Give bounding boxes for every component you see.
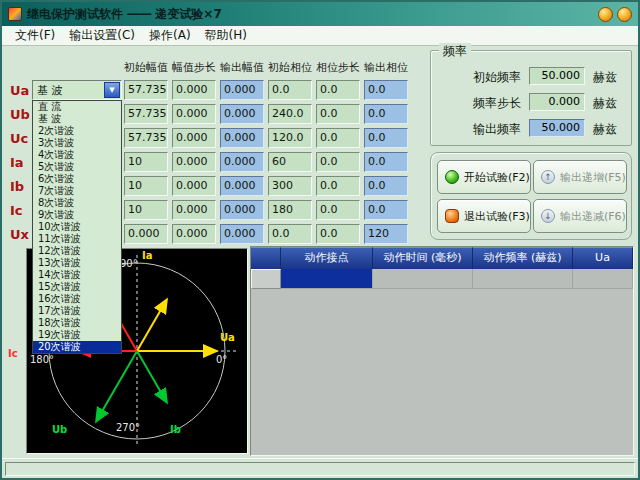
cell-ua-phase-step[interactable]: 0.0	[316, 80, 360, 100]
cell-ib-output-amplitude: 0.000	[220, 176, 264, 196]
dropdown-option-h17[interactable]: 17次谐波	[33, 305, 121, 317]
result-row-cell-time[interactable]	[373, 269, 473, 289]
deg-270-label: 270°	[116, 422, 140, 433]
dropdown-option-h5[interactable]: 5次谐波	[33, 161, 121, 173]
result-row-cell-frequency[interactable]	[473, 269, 573, 289]
cell-ux-phase-step[interactable]: 0.0	[316, 224, 360, 244]
app-window: 继电保护测试软件 ―― 递变试验×7 文件(F) 输出设置(C) 操作(A) 帮…	[0, 0, 640, 480]
column-header-init-amplitude: 初始幅值	[122, 60, 170, 75]
result-header-frequency: 动作频率 (赫兹)	[473, 247, 573, 269]
dropdown-option-h18[interactable]: 18次谐波	[33, 317, 121, 329]
init-frequency-field[interactable]: 50.000	[529, 67, 585, 85]
dropdown-option-fundamental[interactable]: 基 波	[33, 113, 121, 125]
start-test-button[interactable]: 开始试验(F2)	[437, 160, 531, 194]
cell-ub-init-amplitude[interactable]: 57.735	[124, 104, 168, 124]
waveform-combobox[interactable]: 基 波 ▼	[32, 80, 122, 100]
cell-ib-init-amplitude[interactable]: 10	[124, 176, 168, 196]
cell-ua-init-amplitude[interactable]: 57.735	[124, 80, 168, 100]
vector-label-ic: Ic	[8, 348, 18, 359]
init-frequency-unit: 赫兹	[593, 69, 617, 86]
cell-uc-init-amplitude[interactable]: 57.735	[124, 128, 168, 148]
start-test-label: 开始试验(F2)	[464, 170, 530, 185]
result-header-time: 动作时间 (毫秒)	[373, 247, 473, 269]
cell-ib-init-phase[interactable]: 300	[268, 176, 312, 196]
dropdown-option-h6[interactable]: 6次谐波	[33, 173, 121, 185]
vector-label-ub: Ub	[52, 424, 67, 435]
start-test-icon	[445, 170, 459, 184]
result-row-selected-cell[interactable]	[281, 269, 373, 289]
cell-ic-phase-step[interactable]: 0.0	[316, 200, 360, 220]
dropdown-option-h20-selected[interactable]: 20次谐波	[33, 341, 121, 353]
status-bar	[2, 458, 638, 478]
title-bar: 继电保护测试软件 ―― 递变试验×7	[2, 2, 638, 26]
result-row-selector-cell[interactable]	[251, 269, 281, 289]
cell-ic-init-phase[interactable]: 180	[268, 200, 312, 220]
combobox-dropdown-button[interactable]: ▼	[104, 82, 120, 98]
dropdown-option-h14[interactable]: 14次谐波	[33, 269, 121, 281]
dropdown-option-h2[interactable]: 2次谐波	[33, 125, 121, 137]
column-header-init-phase: 初始相位	[266, 60, 314, 75]
cell-ub-init-phase[interactable]: 240.0	[268, 104, 312, 124]
dropdown-option-h19[interactable]: 19次谐波	[33, 329, 121, 341]
cell-uc-amplitude-step[interactable]: 0.000	[172, 128, 216, 148]
exit-test-button[interactable]: 退出试验(F3)	[437, 199, 531, 233]
dropdown-option-h9[interactable]: 9次谐波	[33, 209, 121, 221]
cell-ib-output-phase: 0.0	[364, 176, 408, 196]
cell-ux-output-phase: 120	[364, 224, 408, 244]
menu-help[interactable]: 帮助(H)	[198, 26, 254, 45]
dropdown-option-dc[interactable]: 直 流	[33, 101, 121, 113]
dropdown-option-h8[interactable]: 8次谐波	[33, 197, 121, 209]
cell-ic-output-phase: 0.0	[364, 200, 408, 220]
frequency-groupbox: 频率 初始频率 50.000 赫兹 频率步长 0.000 赫兹 输出频率 50.…	[430, 50, 632, 146]
dropdown-option-h4[interactable]: 4次谐波	[33, 149, 121, 161]
cell-ux-init-phase[interactable]: 0.0	[268, 224, 312, 244]
cell-ia-phase-step[interactable]: 0.0	[316, 152, 360, 172]
dropdown-option-h13[interactable]: 13次谐波	[33, 257, 121, 269]
cell-uc-phase-step[interactable]: 0.0	[316, 128, 360, 148]
column-header-amplitude-step: 幅值步长	[170, 60, 218, 75]
output-decrease-label: 输出递减(F6)	[560, 209, 626, 224]
init-frequency-label: 初始频率	[445, 69, 521, 86]
output-frequency-unit: 赫兹	[593, 121, 617, 138]
minimize-button[interactable]	[598, 7, 613, 22]
cell-ib-phase-step[interactable]: 0.0	[316, 176, 360, 196]
deg-0-label: 0°	[216, 354, 227, 365]
frequency-step-field[interactable]: 0.000	[529, 93, 585, 111]
output-decrease-button[interactable]: ↓ 输出递减(F6)	[533, 199, 627, 233]
menu-bar: 文件(F) 输出设置(C) 操作(A) 帮助(H)	[2, 26, 638, 46]
cell-ux-init-amplitude[interactable]: 0.000	[124, 224, 168, 244]
frequency-group-title: 频率	[439, 43, 471, 60]
exit-test-icon	[445, 209, 459, 223]
cell-ic-init-amplitude[interactable]: 10	[124, 200, 168, 220]
cell-ia-init-phase[interactable]: 60	[268, 152, 312, 172]
cell-ia-init-amplitude[interactable]: 10	[124, 152, 168, 172]
cell-ua-init-phase[interactable]: 0.0	[268, 80, 312, 100]
dropdown-option-h7[interactable]: 7次谐波	[33, 185, 121, 197]
cell-ub-phase-step[interactable]: 0.0	[316, 104, 360, 124]
output-increase-button[interactable]: ↑ 输出递增(F5)	[533, 160, 627, 194]
dropdown-option-h10[interactable]: 10次谐波	[33, 221, 121, 233]
dropdown-option-h15[interactable]: 15次谐波	[33, 281, 121, 293]
cell-ia-amplitude-step[interactable]: 0.000	[172, 152, 216, 172]
cell-ub-amplitude-step[interactable]: 0.000	[172, 104, 216, 124]
close-button[interactable]	[617, 7, 632, 22]
menu-output-settings[interactable]: 输出设置(C)	[62, 26, 142, 45]
cell-uc-init-phase[interactable]: 120.0	[268, 128, 312, 148]
waveform-dropdown-list: 直 流 基 波 2次谐波 3次谐波 4次谐波 5次谐波 6次谐波 7次谐波 8次…	[32, 100, 122, 354]
cell-ic-amplitude-step[interactable]: 0.000	[172, 200, 216, 220]
cell-ua-output-phase: 0.0	[364, 80, 408, 100]
menu-file[interactable]: 文件(F)	[8, 26, 62, 45]
dropdown-option-h3[interactable]: 3次谐波	[33, 137, 121, 149]
arrow-down-icon: ↓	[541, 209, 555, 223]
cell-ux-amplitude-step[interactable]: 0.000	[172, 224, 216, 244]
cell-ib-amplitude-step[interactable]: 0.000	[172, 176, 216, 196]
dropdown-option-h11[interactable]: 11次谐波	[33, 233, 121, 245]
result-table-header: 动作接点 动作时间 (毫秒) 动作频率 (赫兹) Ua	[251, 247, 633, 269]
cell-ia-output-amplitude: 0.000	[220, 152, 264, 172]
cell-ua-amplitude-step[interactable]: 0.000	[172, 80, 216, 100]
result-row-cell-ua[interactable]	[573, 269, 633, 289]
dropdown-option-h12[interactable]: 12次谐波	[33, 245, 121, 257]
waveform-combobox-value: 基 波	[33, 83, 104, 98]
menu-operate[interactable]: 操作(A)	[142, 26, 198, 45]
dropdown-option-h16[interactable]: 16次谐波	[33, 293, 121, 305]
